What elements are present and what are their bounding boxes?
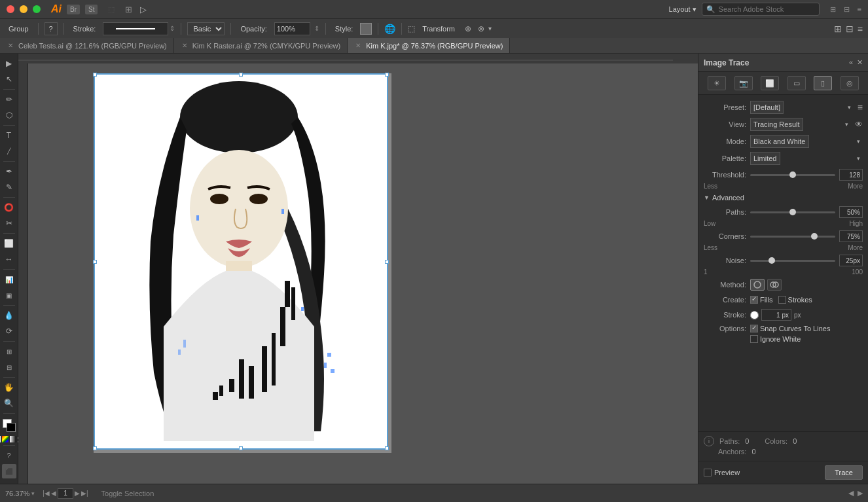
blend-tool[interactable]: ⟳ xyxy=(2,324,16,338)
transform-label[interactable]: Transform xyxy=(419,24,458,34)
panel-close-btn[interactable]: ✕ xyxy=(857,58,863,67)
tab-close-3[interactable]: ✕ xyxy=(354,42,362,49)
eyedropper-tool[interactable]: 💧 xyxy=(2,308,16,323)
preview-checkbox[interactable] xyxy=(704,469,712,476)
threshold-thumb[interactable] xyxy=(789,171,796,178)
color-box[interactable] xyxy=(2,436,9,442)
menu-toolbar-icon[interactable]: ≡ xyxy=(858,24,863,34)
paths-thumb[interactable] xyxy=(789,209,796,215)
handle-mr[interactable] xyxy=(385,260,389,264)
selection-tool[interactable]: ▶ xyxy=(2,56,16,71)
layout-button[interactable]: Layout ▾ xyxy=(669,5,696,14)
method-icon-1[interactable] xyxy=(750,279,765,291)
view-eye-icon[interactable]: 👁 xyxy=(855,120,863,129)
outline-icon[interactable]: ◎ xyxy=(841,76,859,90)
preset-select-wrap[interactable]: [Default] xyxy=(750,101,854,114)
transform-select-icon[interactable]: ⬚ xyxy=(408,24,415,33)
more-options-icon[interactable]: ▾ xyxy=(488,25,492,32)
artboard-right-btn[interactable]: ▶ xyxy=(858,489,863,497)
black-white-icon[interactable]: ▯ xyxy=(814,76,832,90)
gradient-tool[interactable]: ▣ xyxy=(2,288,16,302)
opacity-value[interactable]: 100% xyxy=(274,22,310,35)
page-input[interactable] xyxy=(58,488,73,499)
tab-3[interactable]: ✕ Kim K.jpg* @ 76.37% (RGB/GPU Preview) xyxy=(348,38,510,53)
maximize-button[interactable] xyxy=(33,5,41,13)
paths-slider[interactable] xyxy=(750,211,835,213)
preview-label[interactable]: Preview xyxy=(704,469,740,476)
stock-icon[interactable]: St xyxy=(85,5,98,14)
handle-bm[interactable] xyxy=(239,446,243,450)
snap-curves-label[interactable]: Snap Curves To Lines xyxy=(750,325,830,332)
zoom-tool[interactable]: 🔍 xyxy=(2,396,16,410)
handle-tl[interactable] xyxy=(93,73,97,77)
preset-select[interactable]: [Default] xyxy=(750,101,784,114)
advanced-section-header[interactable]: ▼ Advanced xyxy=(698,191,868,204)
grayscale-icon[interactable]: ▭ xyxy=(787,76,806,90)
arrange-panels-icon[interactable]: ⊞ xyxy=(834,24,842,34)
menu-icon[interactable]: ≡ xyxy=(858,5,861,13)
question-tool[interactable]: ? xyxy=(2,448,16,463)
panel-collapse-btn[interactable]: « xyxy=(849,58,853,67)
method-icon-2[interactable] xyxy=(767,279,782,291)
grid-icon[interactable]: ⊞ xyxy=(125,5,132,14)
pencil-tool[interactable]: ✎ xyxy=(2,180,16,194)
tab-close-2[interactable]: ✕ xyxy=(181,42,189,49)
canvas-white[interactable] xyxy=(94,73,388,450)
trace-button[interactable]: Trace xyxy=(825,465,863,480)
handle-br[interactable] xyxy=(385,446,389,450)
zoom-control[interactable]: 76.37% ▾ xyxy=(5,490,35,497)
handle-bl[interactable] xyxy=(93,446,97,450)
direct-selection-tool[interactable]: ↖ xyxy=(2,72,16,86)
arrange-icon[interactable]: ⊞ xyxy=(830,5,836,14)
noise-thumb[interactable] xyxy=(769,257,775,264)
sidebar-toggle-icon[interactable]: ⊟ xyxy=(844,5,850,14)
stroke-radio[interactable] xyxy=(750,311,759,319)
ignore-white-checkbox[interactable] xyxy=(750,335,758,343)
tab-close-1[interactable]: ✕ xyxy=(7,42,14,49)
zoom-arrow[interactable]: ▾ xyxy=(31,490,35,497)
auto-color-icon[interactable]: ☀ xyxy=(708,76,726,90)
opacity-arrows[interactable]: ⇕ xyxy=(314,25,319,32)
tab-1[interactable]: ✕ Celeb Tests.ai @ 121.6% (RGB/GPU Previ… xyxy=(0,38,174,53)
view-select[interactable]: Tracing Result xyxy=(750,118,803,131)
hand-tool[interactable]: 🖐 xyxy=(2,380,16,395)
handle-ml[interactable] xyxy=(93,260,97,264)
prev-first-btn[interactable]: |◀ xyxy=(43,490,50,497)
snap-curves-checkbox[interactable] xyxy=(750,325,758,332)
web-icon[interactable]: 🌐 xyxy=(384,24,395,34)
noise-slider[interactable] xyxy=(750,260,835,262)
stroke-box[interactable] xyxy=(103,22,168,35)
paintbrush-tool[interactable]: ✒ xyxy=(2,164,16,179)
question-mark-btn[interactable]: ? xyxy=(45,22,58,35)
mode-select-wrap[interactable]: Black and White xyxy=(750,135,863,148)
stroke-value-box[interactable]: 1 px xyxy=(761,309,791,321)
extra-panel-icon[interactable]: ⊟ xyxy=(846,24,854,34)
handle-tm[interactable] xyxy=(239,73,243,77)
search-bar[interactable]: 🔍 Search Adobe Stock xyxy=(702,3,820,16)
artboard-tool[interactable]: ⊞ xyxy=(2,344,16,359)
scale-tool[interactable]: ⬜ xyxy=(2,236,16,251)
minimize-button[interactable] xyxy=(20,5,27,13)
curvature-tool[interactable]: ⬡ xyxy=(2,108,16,122)
chart-tool[interactable]: 📊 xyxy=(2,272,16,287)
prev-btn[interactable]: ◀ xyxy=(51,490,56,497)
basic-select-wrap[interactable]: Basic xyxy=(187,22,225,35)
mode-select[interactable]: Black and White xyxy=(750,135,809,148)
paths-value[interactable]: 50% xyxy=(839,206,863,218)
align-icon[interactable]: ⊕ xyxy=(465,24,471,33)
strokes-checkbox[interactable] xyxy=(778,296,786,304)
view-select-wrap[interactable]: Tracing Result xyxy=(750,118,851,131)
palette-select[interactable]: Limited xyxy=(750,152,780,165)
transform-tool[interactable]: ↔ xyxy=(2,252,16,266)
strokes-label[interactable]: Strokes xyxy=(778,296,812,304)
tab-2[interactable]: ✕ Kim K Raster.ai @ 72% (CMYK/GPU Previe… xyxy=(174,38,348,53)
type-tool[interactable]: T xyxy=(2,128,16,143)
stroke-arrows[interactable]: ⇕ xyxy=(170,25,175,32)
threshold-slider[interactable] xyxy=(750,174,835,176)
artboard-left-btn[interactable]: ◀ xyxy=(848,489,854,497)
high-color-icon[interactable]: 📷 xyxy=(734,76,753,90)
noise-value[interactable]: 25px xyxy=(839,255,863,266)
fills-label[interactable]: Fills xyxy=(750,296,773,304)
stroke-color-box[interactable] xyxy=(7,423,16,432)
bridge-icon[interactable]: Br xyxy=(67,5,80,14)
